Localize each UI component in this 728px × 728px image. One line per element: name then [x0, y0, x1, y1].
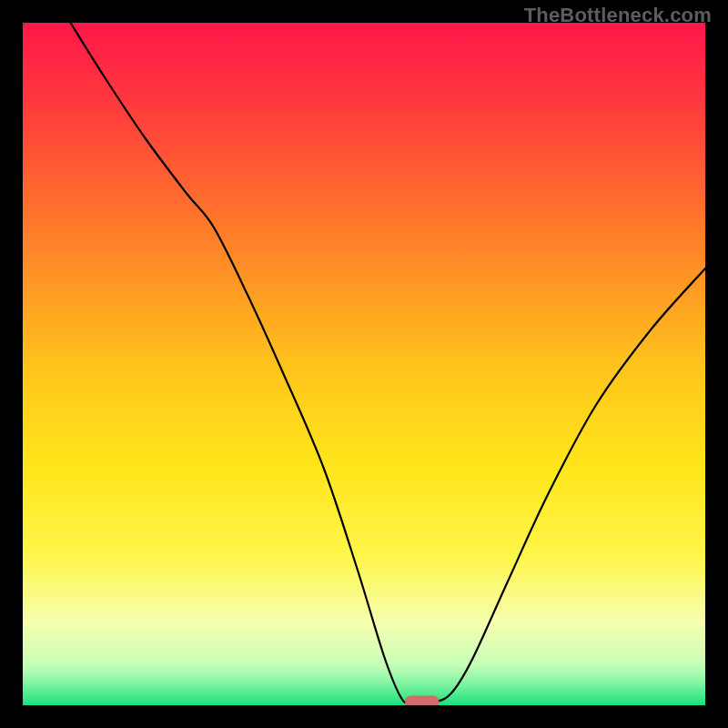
chart-frame: TheBottleneck.com [0, 0, 728, 728]
bottleneck-chart [23, 23, 705, 705]
optimum-marker [405, 696, 440, 706]
plot-area [23, 23, 705, 705]
watermark-text: TheBottleneck.com [524, 4, 712, 27]
gradient-background [23, 23, 705, 705]
